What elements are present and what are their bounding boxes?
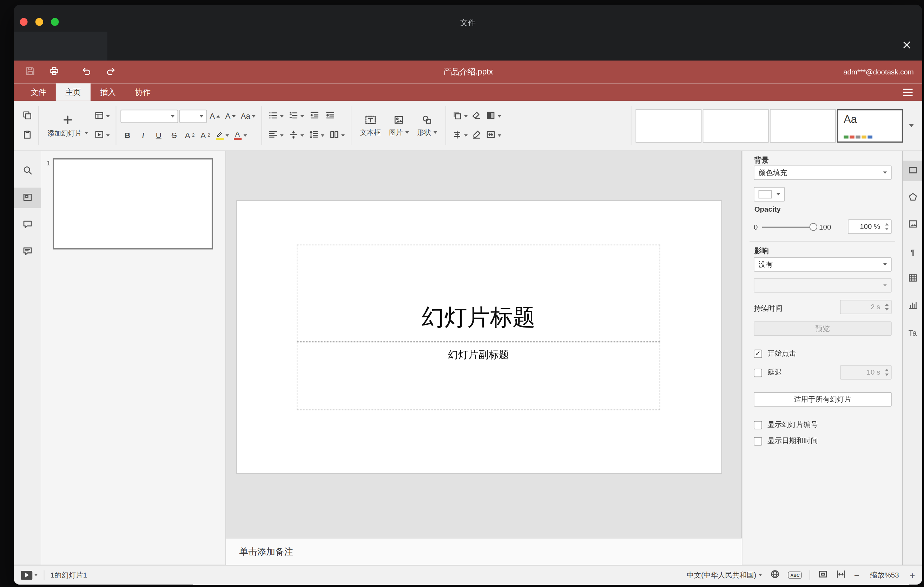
undo-button[interactable] (79, 64, 94, 80)
copy-style-button[interactable] (469, 127, 484, 143)
show-date-time-checkbox[interactable]: 显示日期和时间 (754, 436, 818, 446)
chat-button[interactable] (14, 242, 41, 262)
delay-checkbox[interactable]: 延迟 (754, 368, 782, 378)
tab-collaborate[interactable]: 协作 (125, 83, 160, 101)
chart-settings-tab[interactable] (903, 295, 922, 316)
bold-button[interactable]: B (120, 127, 134, 143)
increase-indent-button[interactable] (323, 108, 337, 124)
insert-textbox-button[interactable]: 文本框 (356, 105, 385, 147)
fit-to-slide-button[interactable] (818, 569, 828, 581)
opacity-spinner[interactable]: 100 % (848, 219, 892, 234)
checkbox-unchecked (754, 369, 762, 377)
notes-area[interactable]: 单击添加备注 (226, 538, 742, 565)
shape-fill-button[interactable] (484, 108, 503, 124)
italic-button[interactable]: I (136, 127, 150, 143)
opacity-slider-track[interactable] (762, 227, 813, 228)
decrease-indent-button[interactable] (307, 108, 322, 124)
slide-thumbnail[interactable] (53, 158, 213, 250)
slide-settings-tab[interactable] (903, 161, 922, 181)
shape-settings-tab[interactable] (903, 188, 922, 208)
underline-button[interactable]: U (151, 127, 166, 143)
insert-shape-button[interactable]: 形状 (413, 105, 441, 147)
start-slideshow-button[interactable] (92, 127, 111, 143)
tab-insert[interactable]: 插入 (91, 83, 125, 101)
strikethrough-button[interactable]: S (167, 127, 182, 143)
spinner-arrows[interactable] (885, 369, 889, 376)
redo-button[interactable] (102, 64, 118, 80)
fit-to-width-button[interactable] (836, 569, 846, 581)
comments-button[interactable] (14, 214, 41, 235)
insert-image-button[interactable]: 图片 (385, 105, 413, 147)
spinner-arrows[interactable] (885, 303, 889, 310)
textart-settings-tab[interactable]: Ta (903, 323, 922, 343)
hamburger-menu-icon[interactable] (903, 89, 912, 96)
opacity-slider-handle[interactable] (810, 223, 817, 231)
columns-button[interactable] (328, 127, 347, 143)
vertical-align-button[interactable] (287, 127, 306, 143)
subtitle-placeholder[interactable]: 幻灯片副标题 (297, 342, 660, 411)
superscript-button[interactable]: A2 (183, 127, 197, 143)
effect-label: 影响 (754, 246, 769, 256)
start-on-click-checkbox[interactable]: ✓ 开始点击 (754, 348, 796, 358)
subscript-button[interactable]: A2 (198, 127, 213, 143)
font-name-combo[interactable] (120, 110, 178, 123)
highlight-color-button[interactable] (214, 127, 231, 143)
slide[interactable]: 幻灯片标题 幻灯片副标题 (237, 201, 721, 473)
font-color-button[interactable]: A (232, 127, 249, 143)
font-size-combo[interactable] (179, 110, 207, 123)
numbering-button[interactable] (287, 108, 306, 124)
show-slide-number-checkbox[interactable]: 显示幻灯片编号 (754, 420, 818, 430)
preview-button[interactable]: 预览 (754, 321, 892, 336)
slide-size-button[interactable] (484, 127, 503, 143)
image-settings-tab[interactable] (903, 214, 922, 235)
line-spacing-icon (309, 129, 319, 141)
arrange-shape-button[interactable] (450, 108, 470, 124)
bullets-button[interactable] (266, 108, 286, 124)
close-icon[interactable]: × (902, 37, 911, 53)
decrease-font-button[interactable]: A (223, 108, 238, 124)
theme-thumbnail[interactable] (770, 109, 836, 143)
transition-option-select[interactable] (754, 279, 892, 293)
paste-button[interactable] (20, 127, 34, 143)
status-bar: 1的幻灯片1 中文(中华人民共和国) ABC − 缩放%53 + (14, 565, 922, 585)
transition-effect-select[interactable]: 没有 (754, 257, 892, 272)
tab-file[interactable]: 文件 (21, 83, 56, 101)
align-shape-button[interactable] (450, 127, 470, 143)
language-selector[interactable]: 中文(中华人民共和国) (687, 570, 762, 580)
horizontal-align-button[interactable] (266, 127, 286, 143)
increase-font-button[interactable]: A (208, 108, 222, 124)
table-settings-tab[interactable] (903, 269, 922, 289)
search-button[interactable] (14, 161, 41, 181)
zoom-in-button[interactable]: + (909, 570, 915, 580)
duration-spinner[interactable]: 2 s (840, 300, 892, 314)
account-label: adm***@dootask.com (843, 68, 914, 76)
theme-thumbnail-selected[interactable]: Aa (837, 109, 903, 143)
spellcheck-button[interactable]: ABC (788, 572, 802, 579)
theme-gallery-expand-button[interactable] (909, 124, 914, 127)
title-placeholder[interactable]: 幻灯片标题 (297, 245, 660, 342)
theme-thumbnail[interactable] (703, 109, 769, 143)
start-slideshow-statusbar-button[interactable] (21, 571, 38, 580)
print-button[interactable] (46, 64, 62, 80)
add-slide-button[interactable]: 添加幻灯片 (43, 105, 92, 147)
change-layout-button[interactable] (92, 108, 111, 124)
apply-to-all-slides-button[interactable]: 适用于所有幻灯片 (754, 392, 892, 407)
copy-button[interactable] (20, 108, 34, 124)
delay-spinner[interactable]: 10 s (840, 365, 892, 379)
save-button[interactable] (22, 64, 38, 80)
change-case-button[interactable]: Aa (239, 108, 258, 124)
theme-thumbnail[interactable] (635, 109, 701, 143)
slide-settings-icon (908, 165, 918, 177)
spinner-arrows[interactable] (885, 223, 889, 230)
background-color-select[interactable] (754, 187, 785, 201)
zoom-out-button[interactable]: − (854, 570, 860, 580)
tab-home[interactable]: 主页 (56, 83, 91, 101)
paragraph-settings-tab[interactable]: ¶ (903, 242, 922, 262)
slides-panel-button[interactable] (14, 188, 41, 208)
line-spacing-button[interactable] (307, 127, 327, 143)
editing-canvas[interactable]: 幻灯片标题 幻灯片副标题 (226, 151, 742, 538)
statusbar-right: 中文(中华人民共和国) ABC − 缩放%53 + (687, 569, 915, 581)
clear-style-button[interactable] (469, 108, 484, 124)
background-fill-select[interactable]: 颜色填充 (754, 165, 892, 180)
document-language-button[interactable] (770, 569, 780, 581)
